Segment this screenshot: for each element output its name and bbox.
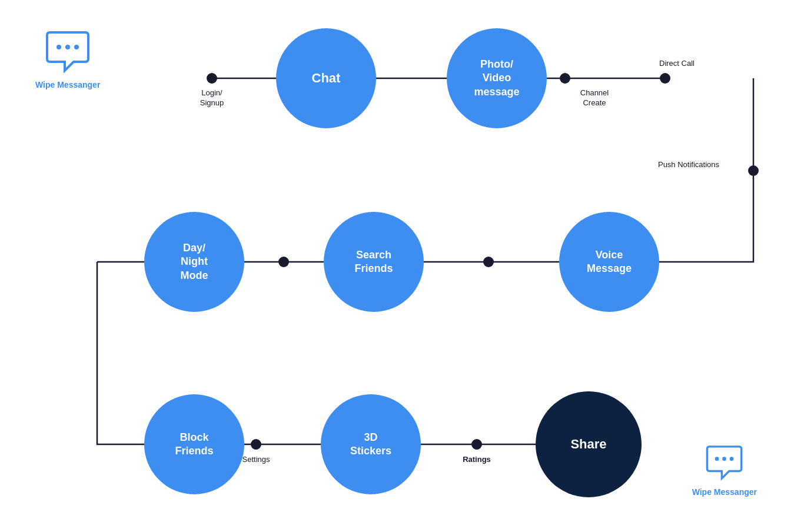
logo-topleft: Wipe Messanger	[35, 29, 100, 89]
label-push-notifications: Push Notifications	[658, 160, 719, 170]
logo-icon-topleft	[41, 29, 94, 77]
node-search-friends: SearchFriends	[324, 212, 424, 312]
label-ratings: Ratings	[463, 455, 491, 465]
main-canvas: Wipe Messanger Wipe Messanger	[0, 0, 804, 532]
node-photo-video: Photo/Videomessage	[447, 28, 547, 128]
svg-point-0	[57, 45, 61, 49]
svg-point-2	[74, 45, 79, 49]
label-login-signup: Login/Signup	[200, 88, 224, 108]
svg-point-5	[730, 457, 734, 461]
svg-point-25	[471, 439, 482, 450]
svg-point-19	[560, 73, 570, 84]
node-share: Share	[536, 391, 642, 497]
svg-point-21	[748, 165, 759, 176]
svg-point-23	[483, 257, 494, 267]
svg-point-24	[251, 439, 261, 450]
node-chat: Chat	[276, 28, 376, 128]
node-block-friends: BlockFriends	[144, 394, 244, 494]
logo-text-topleft: Wipe Messanger	[35, 80, 100, 89]
svg-point-20	[660, 73, 670, 84]
svg-point-4	[722, 457, 726, 461]
node-3d-stickers: 3DStickers	[321, 394, 421, 494]
label-direct-call: Direct Call	[659, 59, 695, 69]
svg-point-22	[278, 257, 289, 267]
svg-point-18	[207, 73, 217, 84]
label-settings: Settings	[242, 455, 270, 465]
logo-bottomright: Wipe Messanger	[692, 444, 757, 497]
logo-text-bottomright: Wipe Messanger	[692, 487, 757, 497]
node-day-night: Day/NightMode	[144, 212, 244, 312]
logo-icon-bottomright	[702, 444, 746, 484]
svg-point-3	[715, 457, 719, 461]
label-channel-create: ChannelCreate	[580, 88, 609, 108]
svg-point-1	[65, 45, 70, 49]
node-voice-message: VoiceMessage	[559, 212, 659, 312]
